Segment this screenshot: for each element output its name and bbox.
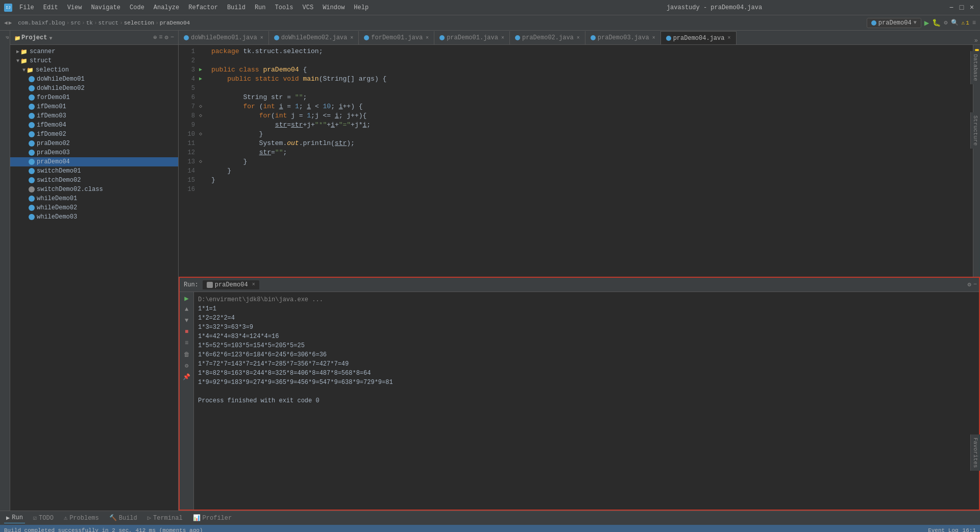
forward-icon[interactable]: ▶ [9,19,12,26]
breadcrumb-part-1[interactable]: com.baixf.blog [18,20,65,26]
tree-item-ifDemo01[interactable]: ifDemo01 [10,102,178,111]
menu-analyze[interactable]: Analyze [150,3,183,12]
tree-item-whileDemo02[interactable]: whileDemo02 [10,203,178,212]
tree-item-ifDemo03[interactable]: ifDemo03 [10,111,178,120]
maximize-button[interactable]: □ [958,4,966,12]
settings-icon[interactable]: ⚙ [968,281,971,288]
search-everywhere-button[interactable]: 🔍 [951,19,959,27]
tree-item-label: ifDemo04 [37,122,66,129]
todo-toolbar-button[interactable]: ☑ TODO [31,513,56,523]
problems-toolbar-button[interactable]: ⚠ Problems [62,513,101,523]
build-toolbar-button[interactable]: 🔨 Build [107,513,139,523]
scroll-up-icon[interactable]: ▲ [182,305,191,314]
menu-window[interactable]: Window [318,3,349,12]
tree-item-whileDemo03[interactable]: whileDemo03 [10,212,178,222]
database-sidebar-tab[interactable]: Database [970,51,980,84]
project-arrow-icon: ▼ [49,36,53,40]
toolbar-settings-icon[interactable]: ≡ [972,19,976,27]
tree-item-praDemo04[interactable]: praDemo04 [10,157,178,166]
favorites-sidebar-tab[interactable]: Favorites [970,434,980,471]
menu-build[interactable]: Build [223,3,250,12]
debug-button[interactable]: 🐛 [932,18,941,27]
menu-help[interactable]: Help [350,3,373,12]
panel-locate-icon[interactable]: ⊕ [153,34,157,41]
breadcrumb-part-3[interactable]: tk [86,20,93,26]
run-tab-praDemo04[interactable]: praDemo04 × [203,280,259,289]
minimize-panel-icon[interactable]: − [973,281,977,288]
menu-refactor[interactable]: Refactor [184,3,222,12]
tab-praDemo01[interactable]: praDemo01.java × [434,31,510,44]
code-content[interactable]: package tk.struct.selection; public clas… [207,45,973,277]
pin-icon[interactable]: 📌 [182,372,191,381]
tab-close-icon[interactable]: × [727,35,730,41]
run-button[interactable]: ▶ [924,18,929,28]
tab-overflow[interactable]: » [972,37,980,44]
run-tab-close-button[interactable]: × [252,282,255,287]
tab-praDemo03[interactable]: praDemo03.java × [585,31,661,44]
tab-close-icon[interactable]: × [260,35,263,41]
tree-item-forDemo01[interactable]: forDemo01 [10,93,178,102]
terminal-toolbar-button[interactable]: ▷ Terminal [145,513,185,523]
clear-output-icon[interactable]: 🗑 [182,350,191,359]
tab-doWhileDemo02[interactable]: doWhileDemo02.java × [269,31,359,44]
tab-close-icon[interactable]: × [350,35,353,41]
breadcrumb-part-4[interactable]: struct [99,20,119,26]
tab-praDemo02[interactable]: praDemo02.java × [510,31,585,44]
code-editor[interactable]: 1 2 3 4 5 6 7 8 9 10 11 12 13 14 [179,45,980,277]
tree-item-scanner[interactable]: ▶ 📁 scanner [10,47,178,56]
tree-arrow: ▼ [16,58,19,64]
menu-code[interactable]: Code [126,3,149,12]
menu-view[interactable]: View [63,3,86,12]
run-toolbar-button[interactable]: ▶ Run [4,513,25,523]
event-log-link[interactable]: Event Log [928,527,958,532]
panel-hide-icon[interactable]: − [170,34,174,41]
tree-item-struct[interactable]: ▼ 📁 struct [10,56,178,65]
tab-close-icon[interactable]: × [426,35,429,41]
tree-item-praDemo02[interactable]: praDemo02 [10,139,178,148]
panel-collapse-icon[interactable]: ≡ [159,34,162,41]
back-icon[interactable]: ◀ [4,19,8,26]
tree-item-switchDemo02-class[interactable]: switchDemo02.class [10,185,178,194]
scroll-down-icon[interactable]: ▼ [182,316,191,325]
close-button[interactable]: × [968,4,976,12]
rerun-button[interactable]: ▶ [184,294,188,303]
run-config-arrow: ▼ [914,20,917,26]
warning-badge[interactable]: ⚠ 1 [962,19,969,26]
tab-praDemo04[interactable]: praDemo04.java × [661,31,737,44]
tree-item-ifDome02[interactable]: ifDome02 [10,130,178,139]
profiler-toolbar-button[interactable]: 📊 Profiler [191,513,234,523]
tree-item-switchDemo02[interactable]: switchDemo02 [10,176,178,185]
tree-item-whileDemo01[interactable]: whileDemo01 [10,194,178,203]
tab-forDemo01[interactable]: forDemo01.java × [359,31,434,44]
menu-file[interactable]: File [15,3,38,12]
tree-item-ifDemo04[interactable]: ifDemo04 [10,120,178,130]
stop-button[interactable]: ■ [182,327,191,336]
run-config-selector[interactable]: praDemo04 ▼ [867,18,921,28]
breadcrumb-part-5[interactable]: selection [124,20,154,26]
breadcrumb-part-2[interactable]: src [70,20,81,26]
menu-run[interactable]: Run [251,3,270,12]
menu-navigate[interactable]: Navigate [87,3,125,12]
tree-item-selection[interactable]: ▼ 📁 selection [10,65,178,75]
tree-item-praDemo03[interactable]: praDemo03 [10,148,178,157]
tab-close-icon[interactable]: × [501,35,504,41]
structure-sidebar-tab[interactable]: Structure [970,112,980,149]
menu-edit[interactable]: Edit [39,3,62,12]
wrap-output-icon[interactable]: ≡ [182,338,191,348]
tab-doWhileDemo01[interactable]: doWhileDemo01.java × [179,31,269,44]
build-button[interactable]: ⚙ [944,19,947,27]
tab-close-icon[interactable]: × [652,35,655,41]
tab-label: doWhileDemo02.java [281,34,348,41]
filter-icon[interactable]: ⚙ [182,361,191,370]
tree-item-switchDemo01[interactable]: switchDemo01 [10,166,178,176]
panel-settings-icon[interactable]: ⚙ [165,34,168,41]
menu-tools[interactable]: Tools [271,3,298,12]
project-icon[interactable]: P [1,34,9,42]
breadcrumb-part-6[interactable]: praDemo04 [160,20,190,26]
tree-item-doWhileDemo01[interactable]: doWhileDemo01 [10,75,178,84]
editor-area: doWhileDemo01.java × doWhileDemo02.java … [179,31,980,511]
tree-item-doWhileDemo02[interactable]: doWhileDemo02 [10,84,178,93]
minimize-button[interactable]: − [947,4,955,12]
tab-close-icon[interactable]: × [577,35,580,41]
menu-vcs[interactable]: VCS [299,3,318,12]
